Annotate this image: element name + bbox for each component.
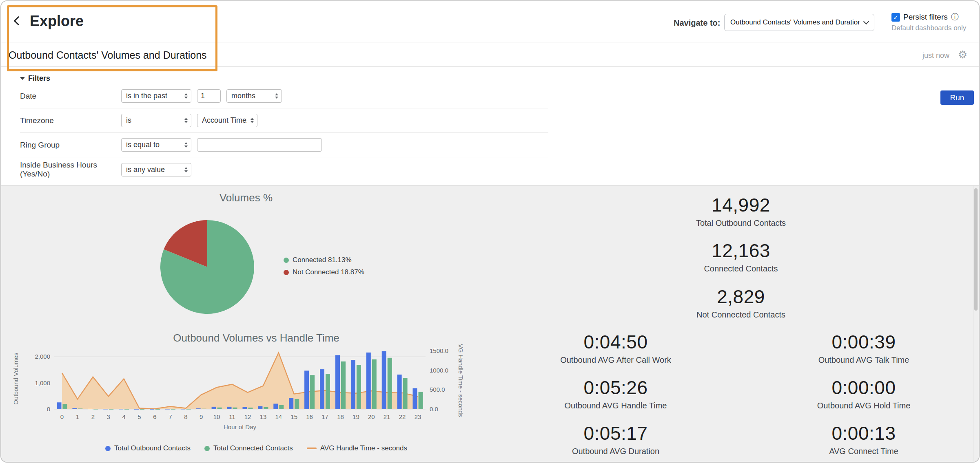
select-value: is in the past	[126, 92, 167, 100]
svg-text:9: 9	[200, 413, 203, 420]
stat-not-connected-contacts: 2,829 Not Connected Contacts	[619, 286, 863, 320]
stat-avg-after-call-work: 0:04:50 Outbound AVG After Call Work	[501, 331, 730, 366]
legend-label: Total Connected Contacts	[213, 444, 293, 452]
stat-label: Outbound AVG Handle Time	[501, 400, 730, 411]
filters-title: Filters	[28, 74, 50, 83]
svg-text:8: 8	[184, 413, 187, 420]
select-arrows-icon	[184, 118, 188, 123]
legend-item-total-connected[interactable]: Total Connected Contacts	[204, 444, 293, 452]
legend-item-connected[interactable]: Connected 81.13%	[284, 256, 364, 264]
filter-rows: Date is in the past months Timezone	[20, 84, 548, 182]
last-updated-text: just now	[922, 51, 949, 60]
dashboard-title-row: Outbound Contacts' Volumes and Durations…	[1, 42, 979, 67]
svg-text:13: 13	[260, 413, 267, 420]
legend-dot-icon	[204, 446, 210, 451]
page-title: Explore	[30, 13, 84, 30]
stat-value: 0:00:13	[749, 422, 978, 444]
svg-text:5: 5	[137, 413, 141, 420]
run-button[interactable]: Run	[940, 90, 974, 105]
filters-section: Filters Run Date is in the past months	[1, 67, 979, 186]
timezone-operator-select[interactable]: is	[121, 114, 191, 127]
svg-text:15: 15	[290, 413, 297, 420]
filters-collapse-toggle[interactable]: Filters	[20, 74, 50, 83]
chevron-down-icon	[863, 18, 869, 24]
svg-text:10: 10	[213, 413, 220, 420]
date-amount-input[interactable]	[197, 89, 221, 103]
stat-value: 0:00:00	[749, 377, 978, 399]
stat-avg-connect-time: 0:00:13 AVG Connect Time	[749, 422, 978, 457]
svg-text:0: 0	[60, 413, 64, 420]
scrollbar-thumb[interactable]	[974, 188, 978, 311]
filter-label-ring-group: Ring Group	[20, 141, 121, 150]
scrollbar-track	[973, 186, 979, 463]
timezone-value-select[interactable]: Account Timezo	[197, 114, 257, 127]
svg-text:17: 17	[321, 413, 328, 420]
stat-label: Total Outbound Contacts	[619, 217, 863, 229]
svg-text:Outbound Volumes: Outbound Volumes	[12, 353, 19, 405]
select-arrows-icon	[251, 118, 254, 123]
navigate-to-value: Outbound Contacts' Volumes and Durations	[730, 18, 860, 26]
svg-text:1,000: 1,000	[35, 379, 50, 386]
select-arrows-icon	[184, 142, 188, 148]
svg-text:7: 7	[169, 413, 172, 420]
legend-item-not-connected[interactable]: Not Connected 18.87%	[284, 268, 364, 276]
caret-down-icon	[20, 77, 25, 80]
select-arrows-icon	[184, 167, 188, 172]
stat-value: 0:00:39	[749, 331, 978, 353]
svg-text:19: 19	[353, 413, 359, 420]
stat-value: 14,992	[619, 194, 863, 216]
legend-dot-icon	[284, 270, 289, 275]
legend-line-icon	[307, 448, 317, 449]
volumes-pie-chart[interactable]	[156, 216, 258, 318]
svg-text:1500.0: 1500.0	[430, 347, 448, 354]
legend-item-total-outbound[interactable]: Total Outbound Contacts	[105, 444, 191, 452]
persist-filters-label: Persist filters	[903, 13, 948, 22]
stat-value: 2,829	[619, 286, 863, 308]
svg-text:0: 0	[47, 406, 50, 412]
dashboard-content: Volumes % Connected 81.13% Not Connected…	[1, 186, 979, 463]
date-operator-select[interactable]: is in the past	[121, 89, 191, 103]
legend-item-avg-handle-time[interactable]: AVG Handle Time - seconds	[307, 444, 407, 452]
header: Explore Navigate to: Outbound Contacts' …	[1, 1, 979, 42]
gear-icon[interactable]: ⚙	[958, 49, 967, 61]
stat-label: Outbound AVG Duration	[501, 445, 730, 457]
combo-chart-title: Outbound Volumes vs Handle Time	[42, 332, 470, 344]
svg-text:21: 21	[384, 413, 390, 420]
select-value: is any value	[126, 165, 165, 174]
svg-text:1000.0: 1000.0	[430, 367, 448, 374]
svg-text:Hour of Day: Hour of Day	[224, 423, 257, 430]
svg-text:6: 6	[153, 413, 156, 420]
stat-avg-handle-time: 0:05:26 Outbound AVG Handle Time	[501, 377, 730, 411]
legend-label: AVG Handle Time - seconds	[320, 444, 407, 452]
navigate-to-label: Navigate to:	[674, 18, 720, 28]
pie-chart-title: Volumes %	[83, 192, 409, 204]
filter-label-timezone: Timezone	[20, 116, 121, 125]
ring-group-value-input[interactable]	[197, 138, 322, 152]
ring-group-operator-select[interactable]: is equal to	[121, 138, 191, 152]
persist-filters-row: ✓ Persist filters ⓘ	[891, 12, 959, 22]
volumes-vs-handle-time-chart[interactable]: 01,0002,0000.0500.01000.01500.0012345678…	[11, 344, 464, 432]
dashboard-title: Outbound Contacts' Volumes and Durations	[9, 49, 207, 61]
select-value: Account Timezo	[202, 116, 247, 125]
select-value: is equal to	[126, 141, 160, 149]
stat-avg-talk-time: 0:00:39 Outbound AVG Talk Time	[749, 331, 978, 366]
stat-label: Connected Contacts	[619, 263, 863, 274]
svg-text:12: 12	[244, 413, 251, 420]
stat-label: Outbound AVG Talk Time	[749, 354, 978, 366]
combo-legend: Total Outbound Contacts Total Connected …	[42, 444, 470, 452]
navigate-to-dropdown[interactable]: Outbound Contacts' Volumes and Durations	[724, 14, 874, 31]
persist-filters-note: Default dashboards only	[891, 24, 966, 32]
persist-filters-checkbox[interactable]: ✓	[891, 13, 900, 22]
select-value: is	[126, 116, 131, 125]
stat-label: Outbound AVG After Call Work	[501, 354, 730, 366]
info-icon[interactable]: ⓘ	[951, 12, 959, 22]
stat-total-outbound-contacts: 14,992 Total Outbound Contacts	[619, 194, 863, 229]
back-chevron-icon[interactable]	[14, 16, 23, 26]
date-unit-select[interactable]: months	[226, 89, 282, 103]
stat-avg-duration: 0:05:17 Outbound AVG Duration	[501, 422, 730, 457]
select-arrows-icon	[184, 93, 188, 99]
legend-label: Total Outbound Contacts	[114, 444, 191, 452]
inside-business-hours-select[interactable]: is any value	[121, 163, 191, 176]
svg-text:1: 1	[76, 413, 79, 420]
app-window: Explore Navigate to: Outbound Contacts' …	[0, 0, 980, 463]
